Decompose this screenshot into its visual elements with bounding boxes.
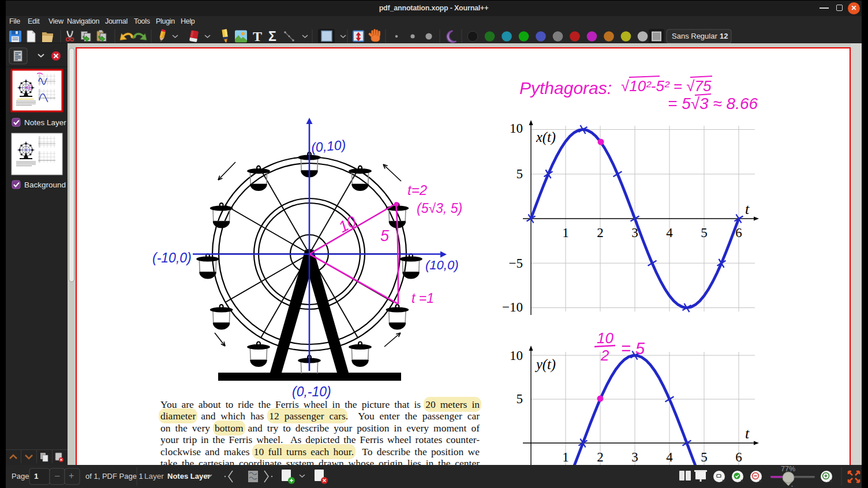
svg-text:−10: −10: [502, 300, 523, 314]
svg-text:Notes Layer: Notes Layer: [167, 472, 210, 481]
svg-text:t=2: t=2: [407, 182, 427, 198]
svg-text:(5√3, 5): (5√3, 5): [417, 201, 462, 216]
svg-text:Sans Regular: Sans Regular: [672, 32, 717, 40]
svg-text:5: 5: [701, 450, 708, 464]
svg-text:+: +: [69, 471, 74, 481]
svg-text:−5: −5: [509, 256, 523, 271]
svg-text:1: 1: [34, 472, 39, 481]
svg-text:10: 10: [510, 121, 523, 136]
svg-text:1: 1: [562, 450, 569, 464]
svg-text:10: 10: [510, 348, 523, 363]
svg-text:= 5√3 ≈ 8.66: = 5√3 ≈ 8.66: [668, 95, 758, 112]
svg-text:(10,0): (10,0): [425, 258, 458, 272]
svg-text:Pythagoras:: Pythagoras:: [519, 78, 612, 97]
svg-text:(0,10): (0,10): [310, 137, 346, 155]
svg-text:3: 3: [631, 226, 638, 240]
svg-text:2: 2: [597, 450, 604, 464]
svg-text:1: 1: [562, 226, 569, 240]
svg-text:y(t): y(t): [534, 356, 556, 373]
svg-text:(-10,0): (-10,0): [152, 250, 192, 265]
svg-text:4: 4: [666, 450, 673, 464]
svg-text:Σ: Σ: [268, 29, 276, 43]
svg-text:t =1: t =1: [411, 291, 434, 306]
svg-text:of 1, PDF Page 1: of 1, PDF Page 1: [85, 472, 143, 481]
svg-text:–: –: [55, 470, 60, 480]
svg-text:6: 6: [735, 450, 742, 464]
svg-text:12: 12: [720, 32, 728, 40]
svg-text:= 5: = 5: [621, 339, 645, 358]
svg-text:2: 2: [597, 226, 604, 240]
svg-text:3: 3: [631, 450, 638, 464]
svg-text:Layer: Layer: [144, 472, 164, 481]
svg-text:5: 5: [517, 392, 523, 406]
svg-text:5: 5: [701, 226, 708, 240]
svg-text:Page: Page: [12, 472, 29, 481]
svg-text:(0,-10): (0,-10): [292, 384, 331, 399]
svg-text:5: 5: [517, 167, 523, 181]
svg-text:4: 4: [666, 226, 673, 240]
svg-text:6: 6: [735, 226, 742, 240]
svg-text:Background: Background: [24, 181, 66, 189]
svg-text:t: t: [745, 201, 750, 217]
svg-text:2: 2: [600, 347, 609, 364]
svg-text:x(t): x(t): [536, 129, 556, 145]
svg-text:√10²-5² = √75: √10²-5² = √75: [621, 77, 712, 95]
svg-text:T: T: [253, 29, 262, 43]
svg-text:t: t: [745, 425, 750, 442]
svg-text:5: 5: [380, 227, 390, 245]
svg-text:10: 10: [597, 329, 613, 347]
svg-text:Notes Layer: Notes Layer: [24, 118, 66, 127]
